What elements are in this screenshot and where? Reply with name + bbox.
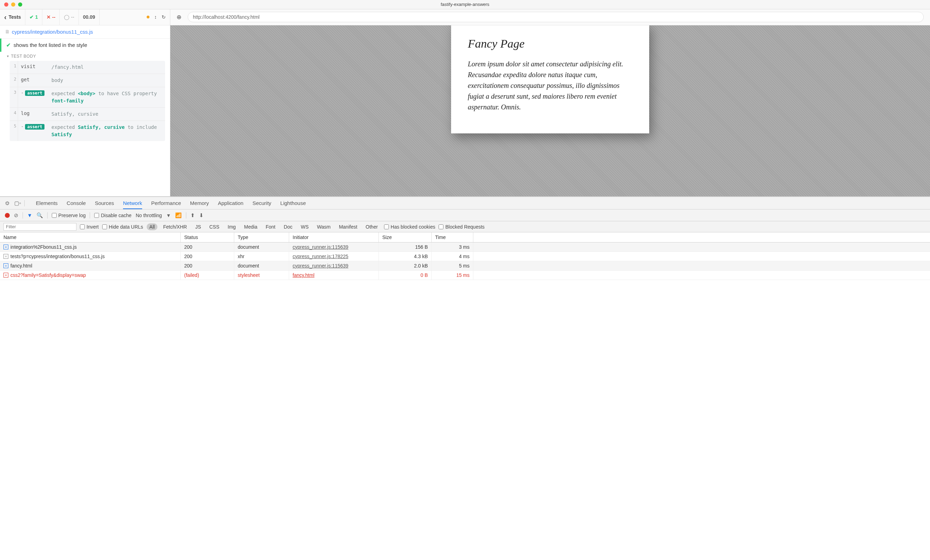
command-number: 5 [10,121,18,141]
col-initiator[interactable]: Initiator [289,232,379,242]
resource-status: (failed) [181,271,234,280]
circle-icon: ◯ [64,14,69,20]
window-titlebar: fastify-example-answers [0,0,930,9]
spec-file-link[interactable]: 🗎 cypress/integration/bonus11_css.js [0,25,170,38]
col-name[interactable]: Name [0,232,181,242]
command-row[interactable]: 1 visit /fancy.html [10,61,165,74]
resource-type: xhr [234,252,289,261]
command-number: 3 [10,87,18,107]
tab-performance[interactable]: Performance [151,200,181,206]
file-icon: 🗎 [5,29,10,34]
filter-toggle-icon[interactable]: ▼ [27,212,32,218]
url-bar[interactable]: http://localhost:4200/fancy.html [188,12,924,22]
resource-type: document [234,243,289,252]
record-button[interactable] [5,213,10,218]
maximize-window-button[interactable] [18,2,22,6]
test-title-row[interactable]: ✔ shows the font listed in the style [0,38,170,52]
command-message: expected Satisfy, cursive to include Sat… [48,121,165,141]
device-toggle-icon[interactable]: ▢▫ [14,200,21,206]
type-filter-manifest[interactable]: Manifest [336,223,360,230]
preserve-log-checkbox[interactable]: Preserve log [52,212,86,218]
command-name: log [18,108,48,120]
resource-time: 15 ms [432,271,473,280]
command-log: 1 visit /fancy.html2 get body3 -assert e… [10,61,165,141]
tab-memory[interactable]: Memory [190,200,209,206]
x-icon: ✕ [46,14,51,20]
type-filter-all[interactable]: All [147,223,158,230]
network-filterbar: Invert Hide data URLs AllFetch/XHRJSCSSI… [0,221,930,232]
resource-size: 2.0 kB [379,261,432,270]
type-filter-other[interactable]: Other [363,223,380,230]
inspect-element-icon[interactable]: ⯐ [5,200,10,206]
filter-input[interactable] [3,223,77,231]
close-window-button[interactable] [4,2,8,6]
network-row[interactable]: ≡integration%2Fbonus11_css.js 200 docume… [0,243,930,252]
type-filter-js[interactable]: JS [192,223,204,230]
tab-sources[interactable]: Sources [95,200,114,206]
devtools-tabs: ⯐ ▢▫ ElementsConsoleSourcesNetworkPerfor… [0,197,930,209]
hide-data-urls-checkbox[interactable]: Hide data URLs [102,224,143,230]
col-status[interactable]: Status [181,232,234,242]
command-name: -assert [18,121,48,141]
command-row[interactable]: 2 get body [10,74,165,87]
restart-button[interactable]: ↻ [162,14,166,20]
type-filter-wasm[interactable]: Wasm [314,223,333,230]
export-har-icon[interactable]: ⬇ [199,212,204,218]
rendered-page: Fancy Page Lorem ipsum dolor sit amet co… [451,25,649,134]
network-conditions-icon[interactable]: 📶 [175,212,182,218]
type-filter-css[interactable]: CSS [206,223,222,230]
chevron-left-icon [4,13,6,21]
tab-application[interactable]: Application [218,200,243,206]
command-row[interactable]: 4 log Satisfy, cursive [10,108,165,121]
minimize-window-button[interactable] [11,2,15,6]
tab-security[interactable]: Security [252,200,271,206]
blocked-requests-checkbox[interactable]: Blocked Requests [439,224,485,230]
search-icon[interactable]: 🔍 [37,212,43,218]
col-size[interactable]: Size [379,232,432,242]
col-time[interactable]: Time [432,232,473,242]
cypress-reporter: Tests ✔ 1 ✕ -- ◯ -- 00.09 ↕ ↻ [0,9,170,196]
type-filter-font[interactable]: Font [263,223,279,230]
devtools-panel: ⯐ ▢▫ ElementsConsoleSourcesNetworkPerfor… [0,197,930,280]
throttling-dropdown-icon[interactable]: ▼ [166,212,171,218]
network-toolbar: ⊘ ▼ 🔍 Preserve log Disable cache No thro… [0,209,930,221]
resource-time: 3 ms [432,243,473,252]
type-filter-doc[interactable]: Doc [281,223,296,230]
type-filter-img[interactable]: Img [225,223,239,230]
has-blocked-cookies-checkbox[interactable]: Has blocked cookies [384,224,435,230]
resource-size: 156 B [379,243,432,252]
network-table: Name Status Type Initiator Size Time ≡in… [0,232,930,280]
tab-console[interactable]: Console [67,200,86,206]
resource-type: document [234,261,289,270]
initiator-link[interactable]: fancy.html [293,272,314,278]
tests-back-button[interactable]: Tests [0,9,25,25]
type-filter-ws[interactable]: WS [298,223,311,230]
disable-cache-checkbox[interactable]: Disable cache [94,212,131,218]
tab-lighthouse[interactable]: Lighthouse [280,200,306,206]
type-filter-media[interactable]: Media [241,223,260,230]
resource-name: css2?family=Satisfy&display=swap [11,272,86,278]
initiator-link[interactable]: cypress_runner.js:115639 [293,244,348,250]
network-row[interactable]: ≡fancy.html 200 document cypress_runner.… [0,261,930,271]
clear-button[interactable]: ⊘ [14,212,18,218]
invert-checkbox[interactable]: Invert [80,224,99,230]
tab-elements[interactable]: Elements [36,200,58,206]
throttling-select[interactable]: No throttling [135,212,162,218]
network-row[interactable]: ≡css2?family=Satisfy&display=swap (faile… [0,271,930,280]
type-filter-fetchxhr[interactable]: Fetch/XHR [160,223,189,230]
initiator-link[interactable]: cypress_runner.js:115639 [293,263,348,269]
resource-icon: ≡ [3,263,8,268]
import-har-icon[interactable]: ⬆ [191,212,195,218]
spec-file-path[interactable]: cypress/integration/bonus11_css.js [12,29,93,35]
command-row[interactable]: 3 -assert expected <body> to have CSS pr… [10,87,165,108]
selector-playground-icon[interactable]: ⊕ [177,14,182,21]
initiator-link[interactable]: cypress_runner.js:178225 [293,254,348,259]
col-type[interactable]: Type [234,232,289,242]
check-icon: ✔ [29,14,34,20]
network-row[interactable]: ≡tests?p=cypress/integration/bonus11_css… [0,252,930,261]
resource-status: 200 [181,261,234,270]
tab-network[interactable]: Network [123,200,142,206]
auto-scroll-icon[interactable]: ↕ [154,14,157,20]
command-row[interactable]: 5 -assert expected Satisfy, cursive to i… [10,121,165,141]
test-body-toggle[interactable]: TEST BODY [0,52,170,61]
